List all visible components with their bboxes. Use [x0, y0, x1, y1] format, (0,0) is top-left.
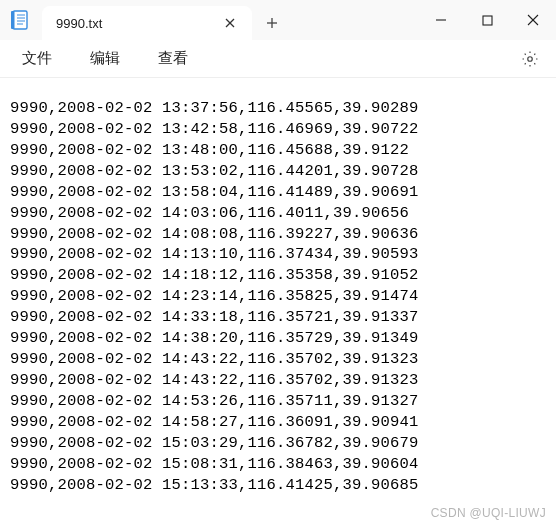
text-line: 9990,2008-02-02 15:13:33,116.41425,39.90… [10, 475, 546, 496]
watermark: CSDN @UQI-LIUWJ [431, 506, 546, 520]
text-line: 9990,2008-02-02 13:58:04,116.41489,39.90… [10, 182, 546, 203]
svg-rect-0 [13, 11, 27, 29]
text-line: 9990,2008-02-02 13:37:56,116.45565,39.90… [10, 98, 546, 119]
menu-file[interactable]: 文件 [12, 45, 62, 72]
settings-button[interactable] [516, 45, 544, 73]
close-window-button[interactable] [510, 0, 556, 40]
menu-edit[interactable]: 编辑 [80, 45, 130, 72]
svg-rect-11 [483, 16, 492, 25]
text-line: 9990,2008-02-02 14:33:18,116.35721,39.91… [10, 307, 546, 328]
svg-rect-1 [11, 11, 15, 29]
text-line: 9990,2008-02-02 14:08:08,116.39227,39.90… [10, 224, 546, 245]
text-line: 9990,2008-02-02 14:13:10,116.37434,39.90… [10, 244, 546, 265]
titlebar: 9990.txt [0, 0, 556, 40]
text-line: 9990,2008-02-02 14:53:26,116.35711,39.91… [10, 391, 546, 412]
text-line: 9990,2008-02-02 14:58:27,116.36091,39.90… [10, 412, 546, 433]
menubar: 文件 编辑 查看 [0, 40, 556, 78]
text-line: 9990,2008-02-02 14:43:22,116.35702,39.91… [10, 349, 546, 370]
text-line: 9990,2008-02-02 13:48:00,116.45688,39.91… [10, 140, 546, 161]
text-line: 9990,2008-02-02 14:23:14,116.35825,39.91… [10, 286, 546, 307]
text-line: 9990,2008-02-02 13:42:58,116.46969,39.90… [10, 119, 546, 140]
text-content[interactable]: 9990,2008-02-02 13:37:56,116.45565,39.90… [0, 78, 556, 526]
notepad-icon [8, 8, 32, 32]
tab-active[interactable]: 9990.txt [42, 6, 252, 40]
minimize-button[interactable] [418, 0, 464, 40]
svg-point-14 [528, 56, 533, 61]
text-line: 9990,2008-02-02 14:43:22,116.35702,39.91… [10, 370, 546, 391]
window-controls [418, 0, 556, 40]
menu-view[interactable]: 查看 [148, 45, 198, 72]
text-line: 9990,2008-02-02 13:53:02,116.44201,39.90… [10, 161, 546, 182]
text-line: 9990,2008-02-02 15:03:29,116.36782,39.90… [10, 433, 546, 454]
text-line: 9990,2008-02-02 14:38:20,116.35729,39.91… [10, 328, 546, 349]
text-line: 9990,2008-02-02 15:08:31,116.38463,39.90… [10, 454, 546, 475]
tab-title: 9990.txt [56, 16, 218, 31]
new-tab-button[interactable] [252, 6, 292, 40]
text-line: 9990,2008-02-02 14:18:12,116.35358,39.91… [10, 265, 546, 286]
maximize-button[interactable] [464, 0, 510, 40]
close-tab-button[interactable] [218, 11, 242, 35]
text-line: 9990,2008-02-02 14:03:06,116.4011,39.906… [10, 203, 546, 224]
